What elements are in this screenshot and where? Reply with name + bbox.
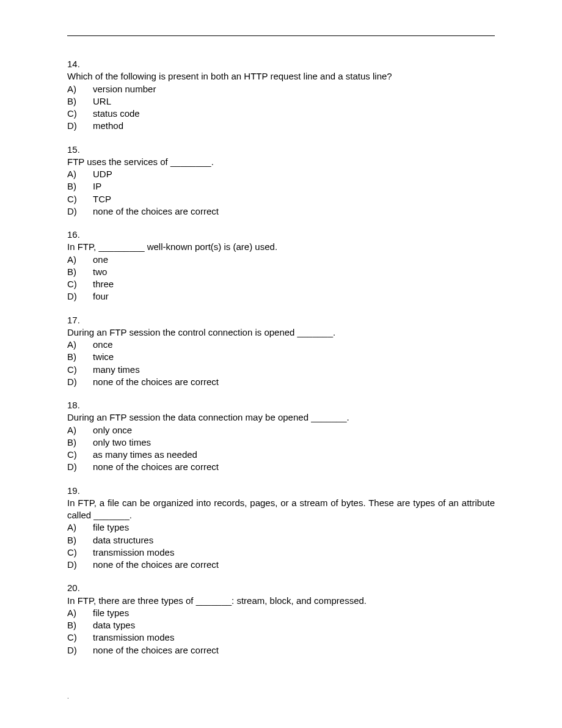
- option-text: version number: [93, 83, 495, 95]
- option-letter: A): [67, 521, 93, 534]
- question: 18.During an FTP session the data connec…: [67, 399, 495, 474]
- option-letter: B): [67, 534, 93, 546]
- header-rule: [67, 35, 495, 36]
- option-text: none of the choices are correct: [93, 559, 495, 571]
- answer-option: B)only two times: [67, 436, 495, 449]
- answer-option: A)file types: [67, 607, 495, 619]
- question-text: During an FTP session the data connectio…: [67, 411, 495, 424]
- option-text: data types: [93, 619, 495, 631]
- option-letter: C): [67, 108, 93, 120]
- option-text: data structures: [93, 534, 495, 546]
- option-text: file types: [93, 607, 495, 619]
- option-letter: C): [67, 278, 93, 290]
- option-text: only two times: [93, 436, 495, 449]
- answer-option: A)only once: [67, 424, 495, 436]
- answer-option: D)none of the choices are correct: [67, 376, 495, 388]
- option-text: UDP: [93, 168, 495, 180]
- option-text: none of the choices are correct: [93, 461, 495, 473]
- answer-option: A)once: [67, 339, 495, 351]
- option-letter: C): [67, 193, 93, 205]
- question: 14.Which of the following is present in …: [67, 58, 495, 133]
- question-text: During an FTP session the control connec…: [67, 326, 495, 339]
- question-number: 14.: [67, 58, 495, 70]
- option-letter: B): [67, 266, 93, 278]
- option-letter: B): [67, 180, 93, 193]
- option-letter: C): [67, 631, 93, 644]
- option-letter: A): [67, 83, 93, 95]
- option-text: IP: [93, 180, 495, 193]
- question-text: In FTP, a file can be organized into rec…: [67, 497, 495, 522]
- option-text: none of the choices are correct: [93, 205, 495, 218]
- answer-option: A)file types: [67, 521, 495, 534]
- questions-container: 14.Which of the following is present in …: [67, 58, 495, 656]
- question-number: 17.: [67, 314, 495, 326]
- option-text: TCP: [93, 193, 495, 205]
- option-letter: D): [67, 461, 93, 473]
- answer-option: C)three: [67, 278, 495, 290]
- answer-option: C)transmission modes: [67, 546, 495, 559]
- answer-option: D)none of the choices are correct: [67, 205, 495, 218]
- option-text: three: [93, 278, 495, 290]
- answer-option: B)URL: [67, 95, 495, 108]
- option-letter: D): [67, 120, 93, 132]
- question-text: In FTP, there are three types of _______…: [67, 595, 495, 607]
- question: 16.In FTP, _________ well-known port(s) …: [67, 229, 495, 303]
- option-letter: D): [67, 644, 93, 656]
- option-letter: A): [67, 424, 93, 436]
- answer-option: A)version number: [67, 83, 495, 95]
- answer-option: A)UDP: [67, 168, 495, 180]
- question-text: Which of the following is present in bot…: [67, 70, 495, 83]
- option-letter: C): [67, 364, 93, 376]
- option-text: once: [93, 339, 495, 351]
- question-number: 18.: [67, 399, 495, 411]
- option-text: many times: [93, 364, 495, 376]
- answer-option: D)none of the choices are correct: [67, 559, 495, 571]
- option-letter: A): [67, 339, 93, 351]
- question-text: FTP uses the services of ________.: [67, 156, 495, 168]
- option-letter: B): [67, 619, 93, 631]
- option-letter: D): [67, 559, 93, 571]
- footer-dot: .: [67, 693, 495, 700]
- option-text: transmission modes: [93, 546, 495, 559]
- option-letter: D): [67, 376, 93, 388]
- option-text: two: [93, 266, 495, 278]
- answer-option: D)none of the choices are correct: [67, 461, 495, 473]
- question-number: 16.: [67, 229, 495, 241]
- answer-option: C)as many times as needed: [67, 449, 495, 461]
- question-number: 15.: [67, 144, 495, 156]
- option-text: none of the choices are correct: [93, 376, 495, 388]
- option-text: four: [93, 290, 495, 303]
- answer-option: B)two: [67, 266, 495, 278]
- answer-option: D)four: [67, 290, 495, 303]
- option-text: as many times as needed: [93, 449, 495, 461]
- answer-option: C)TCP: [67, 193, 495, 205]
- option-text: none of the choices are correct: [93, 644, 495, 656]
- answer-option: A)one: [67, 254, 495, 266]
- question: 20.In FTP, there are three types of ____…: [67, 582, 495, 656]
- question: 19.In FTP, a file can be organized into …: [67, 485, 495, 572]
- question: 15.FTP uses the services of ________.A)U…: [67, 144, 495, 218]
- answer-option: C)many times: [67, 364, 495, 376]
- option-letter: C): [67, 546, 93, 559]
- option-text: only once: [93, 424, 495, 436]
- option-text: status code: [93, 108, 495, 120]
- option-letter: C): [67, 449, 93, 461]
- document-page: 14.Which of the following is present in …: [0, 0, 562, 724]
- option-letter: B): [67, 351, 93, 363]
- answer-option: B)data types: [67, 619, 495, 631]
- option-text: twice: [93, 351, 495, 363]
- option-text: one: [93, 254, 495, 266]
- question: 17.During an FTP session the control con…: [67, 314, 495, 389]
- question-number: 19.: [67, 485, 495, 497]
- option-letter: D): [67, 290, 93, 303]
- option-letter: A): [67, 168, 93, 180]
- option-letter: D): [67, 205, 93, 218]
- answer-option: C)status code: [67, 108, 495, 120]
- question-text: In FTP, _________ well-known port(s) is …: [67, 241, 495, 253]
- answer-option: B)twice: [67, 351, 495, 363]
- option-letter: A): [67, 607, 93, 619]
- answer-option: D)method: [67, 120, 495, 132]
- option-letter: B): [67, 436, 93, 449]
- answer-option: B)data structures: [67, 534, 495, 546]
- option-text: URL: [93, 95, 495, 108]
